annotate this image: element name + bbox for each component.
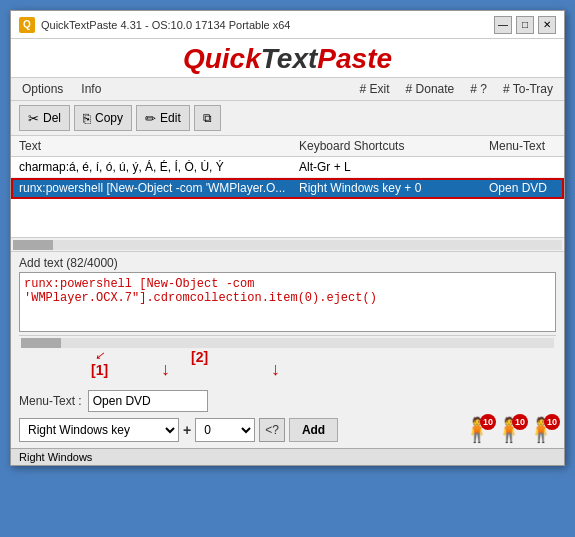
menu-text-label: Menu-Text : [19, 394, 82, 408]
list-header: Text Keyboard Shortcuts Menu-Text [11, 136, 564, 157]
shortcut-key-select[interactable]: Right Windows key Left Windows key Alt C… [19, 418, 179, 442]
scrollbar-track2 [21, 338, 554, 348]
list-item[interactable]: runx:powershell [New-Object -com 'WMPlay… [11, 178, 564, 199]
col-menu: Menu-Text [489, 139, 556, 153]
bottom-controls-row: Right Windows key Left Windows key Alt C… [11, 415, 564, 448]
scissors-icon: ✂ [28, 111, 39, 126]
title-quick: Quick [183, 43, 261, 74]
row1-menu [489, 160, 556, 174]
del-button[interactable]: ✂ Del [19, 105, 70, 131]
textarea-scrollbar[interactable] [19, 335, 556, 349]
menu-text-row: Menu-Text : [11, 387, 564, 415]
row1-text: charmap:á, é, í, ó, ú, ý, Á, É, Í, Ó, Ú,… [19, 160, 299, 174]
del-label: Del [43, 111, 61, 125]
down-arrow-2: ↓ [271, 359, 280, 380]
menu-text-input[interactable] [88, 390, 208, 412]
menubar: Options Info # Exit # Donate # ? # To-Tr… [11, 78, 564, 101]
add-text-label: Add text (82/4000) [11, 252, 564, 272]
plus-label: + [183, 422, 191, 438]
window-title: QuickTextPaste 4.31 - OS:10.0 17134 Port… [41, 19, 290, 31]
status-text: Right Windows [19, 451, 92, 463]
figure-2: 🧍 10 [494, 418, 524, 442]
add-text-label-text: Add text (82/4000) [19, 256, 118, 270]
bottom-section: Add text (82/4000) ↙ [1] [2] ↓ ↓ [11, 252, 564, 465]
text-input[interactable] [19, 272, 556, 332]
list-body: charmap:á, é, í, ó, ú, ý, Á, É, Í, Ó, Ú,… [11, 157, 564, 237]
edit-label: Edit [160, 111, 181, 125]
scrollbar-track [13, 240, 562, 250]
col-shortcuts: Keyboard Shortcuts [299, 139, 489, 153]
edit-button[interactable]: ✏ Edit [136, 105, 190, 131]
title-text: Text [261, 43, 318, 74]
decoration-figures: 🧍 10 🧍 10 🧍 10 [462, 418, 556, 442]
menu-exit[interactable]: # Exit [357, 81, 393, 97]
main-window: Q QuickTextPaste 4.31 - OS:10.0 17134 Po… [10, 10, 565, 466]
menu-help[interactable]: # ? [467, 81, 490, 97]
scrollbar-thumb2 [21, 338, 61, 348]
menu-totray[interactable]: # To-Tray [500, 81, 556, 97]
fourth-icon: ⧉ [203, 111, 212, 125]
window-controls: — □ ✕ [494, 16, 556, 34]
statusbar: Right Windows [11, 448, 564, 465]
annotation-label-1: [1] [91, 362, 108, 378]
menu-options[interactable]: Options [19, 81, 66, 97]
app-title: QuickTextPaste [11, 45, 564, 73]
list-item[interactable]: charmap:á, é, í, ó, ú, ý, Á, É, Í, Ó, Ú,… [11, 157, 564, 178]
copy-button[interactable]: ⎘ Copy [74, 105, 132, 131]
copy-icon: ⎘ [83, 111, 91, 126]
title-paste: Paste [317, 43, 392, 74]
annotation-1: ↙ [1] [91, 349, 108, 378]
copy-label: Copy [95, 111, 123, 125]
annotation-2: [2] [191, 349, 208, 365]
badge-3: 10 [544, 414, 560, 430]
number-select[interactable]: 0 1 2 3 [195, 418, 255, 442]
minimize-button[interactable]: — [494, 16, 512, 34]
figure-1: 🧍 10 [462, 418, 492, 442]
menubar-left: Options Info [19, 81, 104, 97]
row2-shortcuts: Right Windows key + 0 [299, 181, 489, 195]
fourth-button[interactable]: ⧉ [194, 105, 221, 131]
toolbar: ✂ Del ⎘ Copy ✏ Edit ⧉ [11, 101, 564, 136]
list-scrollbar-h[interactable] [11, 237, 564, 251]
app-header: QuickTextPaste [11, 39, 564, 78]
annotation-area: ↙ [1] [2] ↓ ↓ [11, 349, 564, 387]
q-label[interactable]: <? [259, 418, 285, 442]
text-area-container [19, 272, 556, 335]
close-button[interactable]: ✕ [538, 16, 556, 34]
menubar-right: # Exit # Donate # ? # To-Tray [357, 81, 556, 97]
col-text: Text [19, 139, 299, 153]
figure-3: 🧍 10 [526, 418, 556, 442]
down-arrow: ↓ [161, 359, 170, 380]
menu-donate[interactable]: # Donate [403, 81, 458, 97]
titlebar-left: Q QuickTextPaste 4.31 - OS:10.0 17134 Po… [19, 17, 290, 33]
edit-icon: ✏ [145, 111, 156, 126]
scrollbar-thumb [13, 240, 53, 250]
row1-shortcuts: Alt-Gr + L [299, 160, 489, 174]
app-icon: Q [19, 17, 35, 33]
titlebar: Q QuickTextPaste 4.31 - OS:10.0 17134 Po… [11, 11, 564, 39]
row2-text: runx:powershell [New-Object -com 'WMPlay… [19, 181, 299, 195]
add-button[interactable]: Add [289, 418, 338, 442]
menu-info[interactable]: Info [78, 81, 104, 97]
maximize-button[interactable]: □ [516, 16, 534, 34]
row2-menu: Open DVD [489, 181, 556, 195]
annotation-label-2: [2] [191, 349, 208, 365]
list-container: Text Keyboard Shortcuts Menu-Text charma… [11, 136, 564, 252]
